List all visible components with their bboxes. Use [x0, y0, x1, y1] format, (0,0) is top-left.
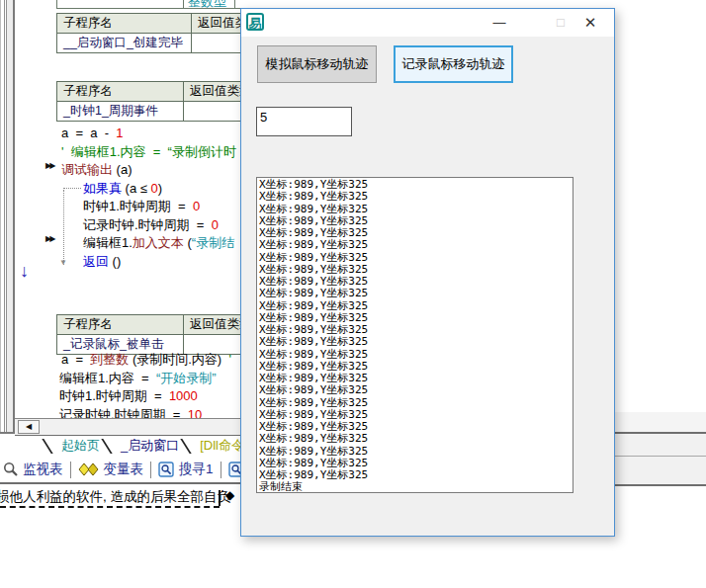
- code-tree-line: [63, 188, 81, 190]
- subroutine-name-cell[interactable]: _时钟1_周期事件: [57, 102, 184, 121]
- panel-border-corner: [0, 432, 15, 434]
- partial-return-type: 整数型: [188, 0, 226, 11]
- search-1-button[interactable]: 搜寻1: [158, 461, 214, 478]
- close-button[interactable]: ✕: [574, 9, 606, 37]
- column-header-subroutine-name: 子程序名: [57, 14, 192, 33]
- countdown-seconds-input[interactable]: 5: [256, 107, 352, 136]
- tab-dll-command-table[interactable]: [Dll命令定义表: [200, 437, 240, 455]
- code-tree-line: [63, 190, 65, 265]
- code-marker-icon[interactable]: ▶▶: [45, 234, 53, 243]
- search-2-button[interactable]: 搜寻: [228, 461, 240, 478]
- variable-table-label: 变量表: [104, 461, 144, 478]
- column-header-subroutine-name: 子程序名: [57, 315, 184, 334]
- dialog-titlebar[interactable]: 易 — □ ✕: [241, 9, 614, 37]
- screen: 整数型 子程序名 返回值类型 __启动窗口_创建完毕 子程序名 返回值类型 _时…: [0, 0, 706, 588]
- code-block-timer-event[interactable]: a = a - 1' 编辑框1.内容 = “录制倒计时调试输出 (a)如果真 (…: [0, 125, 236, 271]
- toolbar-divider: [150, 462, 151, 478]
- subroutine-name-cell[interactable]: __启动窗口_创建完毕: [57, 34, 192, 52]
- diamond-icon: ◆: [225, 488, 234, 502]
- watch-table-button[interactable]: 监视表: [3, 461, 63, 478]
- right-panel-band: [613, 457, 706, 484]
- recorder-dialog-window: 易 — □ ✕ 模拟鼠标移动轨迹 记录鼠标移动轨迹 5 X坐标:989,Y坐标3…: [240, 8, 615, 537]
- toolbar-divider: [70, 462, 71, 478]
- horizontal-scrollbar[interactable]: ◀: [15, 418, 240, 437]
- record-mouse-track-button[interactable]: 记录鼠标移动轨迹: [394, 45, 513, 83]
- tab-startup-window[interactable]: _启动窗口: [121, 437, 179, 455]
- column-header-return-type: 返回值类型: [184, 82, 241, 101]
- scroll-left-button[interactable]: ◀: [18, 420, 40, 434]
- partial-table-border: [183, 0, 184, 8]
- right-panel-band: [613, 412, 706, 432]
- simulate-mouse-track-button[interactable]: 模拟鼠标移动轨迹: [257, 45, 377, 83]
- subroutine-table-3: 子程序名 返回值类型 _记录鼠标_被单击: [56, 314, 242, 355]
- column-header-subroutine-name: 子程序名: [57, 82, 184, 101]
- code-marker-icon[interactable]: ▶▶: [45, 161, 53, 170]
- search-icon: [158, 462, 175, 477]
- coordinates-log-textbox[interactable]: X坐标:989,Y坐标325 X坐标:989,Y坐标325 X坐标:989,Y坐…: [256, 177, 574, 493]
- maximize-button[interactable]: □: [545, 9, 576, 37]
- diamonds-icon: [78, 462, 100, 476]
- status-dashed-edge: [219, 490, 221, 506]
- watch-table-label: 监视表: [23, 461, 63, 478]
- return-type-cell[interactable]: [184, 102, 241, 121]
- column-header-return-type: 返回值类型: [184, 315, 241, 334]
- partial-table-border: [234, 0, 235, 8]
- toolbar-divider: [221, 462, 221, 478]
- easy-language-logo-icon: 易: [246, 13, 264, 31]
- tab-separator: [181, 439, 200, 454]
- search-icon: [228, 462, 240, 477]
- tab-separator: [42, 439, 60, 454]
- tab-start-page[interactable]: 起始页: [61, 437, 100, 455]
- tab-separator: [101, 439, 120, 454]
- subroutine-table-1: 子程序名 返回值类型 __启动窗口_创建完毕: [56, 13, 256, 53]
- variable-table-button[interactable]: 变量表: [78, 461, 144, 478]
- document-tabbar: 起始页 _启动窗口 [Dll命令定义表: [15, 436, 240, 456]
- down-arrow-icon: ↓: [20, 261, 29, 282]
- bottom-toolbar: 监视表 变量表 搜寻1: [0, 457, 240, 484]
- partial-table-border: [56, 0, 57, 8]
- search-1-label: 搜寻1: [179, 461, 214, 478]
- right-panel-divider: [613, 484, 706, 486]
- subroutine-table-2: 子程序名 返回值类型 _时钟1_周期事件: [56, 81, 242, 122]
- status-message: 损他人利益的软件, 造成的后果全部自负: [0, 488, 230, 506]
- code-block-record-click[interactable]: a = 到整数 (录制时间.内容) '编辑框1.内容 = “开始录制”时钟1.时…: [0, 351, 231, 424]
- minimize-button[interactable]: —: [484, 9, 515, 37]
- block-end-icon: ▼: [59, 258, 67, 267]
- status-dashed-line: [0, 506, 220, 508]
- magnifier-icon: [3, 462, 19, 477]
- status-bar: 损他人利益的软件, 造成的后果全部自负 ◆: [0, 484, 240, 512]
- right-panel-band: [613, 434, 706, 456]
